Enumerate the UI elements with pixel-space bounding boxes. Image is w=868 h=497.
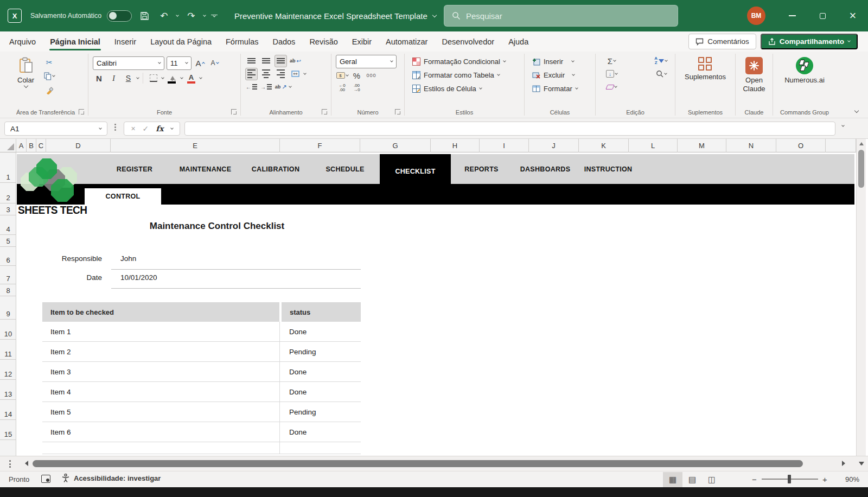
cell-styles-button[interactable]: Estilos de Célula — [410, 82, 523, 95]
row-header-4[interactable]: 4 — [0, 215, 16, 235]
column-header-a[interactable]: A — [16, 139, 27, 152]
checklist-status-cell[interactable]: Done — [280, 422, 361, 442]
align-center-button[interactable] — [260, 68, 272, 80]
column-header-m[interactable]: M — [678, 139, 726, 152]
format-painter-button[interactable] — [43, 84, 55, 97]
horizontal-scrollbar-thumb[interactable] — [33, 460, 803, 467]
borders-button[interactable] — [147, 72, 159, 85]
font-size-select[interactable]: 11 — [167, 56, 192, 70]
cut-button[interactable]: ✂ — [43, 56, 55, 68]
nav-tab-dashboards[interactable]: DASHBOARDS — [512, 154, 578, 184]
font-color-button[interactable]: A — [185, 72, 197, 85]
insert-function-icon[interactable]: fx — [156, 124, 163, 133]
column-header-f[interactable]: F — [280, 139, 360, 152]
field-value-responsible[interactable]: John — [120, 254, 136, 263]
align-bottom-button[interactable] — [275, 55, 287, 67]
increase-indent-button[interactable]: → — [260, 81, 272, 93]
zoom-slider-thumb[interactable] — [788, 475, 791, 483]
scroll-up-arrow-icon[interactable] — [859, 142, 864, 145]
column-header-o[interactable]: O — [776, 139, 826, 152]
nav-tab-maintenance[interactable]: MAINTENANCE — [170, 154, 241, 184]
menu-tab-ajuda[interactable]: Ajuda — [501, 31, 535, 52]
enter-icon[interactable]: ✓ — [143, 124, 149, 133]
undo-chevron-icon[interactable] — [176, 14, 179, 17]
copy-button[interactable] — [43, 70, 55, 82]
percent-style-button[interactable]: % — [350, 69, 363, 82]
zoom-out-button[interactable]: − — [752, 475, 757, 484]
redo-button[interactable]: ↷ — [184, 8, 198, 24]
spreadsheet-canvas[interactable]: REGISTERMAINTENANCECALIBRATIONSCHEDULECH… — [16, 152, 856, 456]
search-input[interactable] — [466, 11, 670, 21]
row-header-13[interactable]: 13 — [0, 380, 16, 400]
align-right-button[interactable] — [275, 68, 287, 80]
accessibility-status[interactable]: Acessibilidade: investigar — [62, 474, 161, 482]
collapse-ribbon-chevron-icon[interactable] — [854, 109, 859, 113]
checklist-item-cell[interactable]: Item 1 — [42, 322, 280, 341]
format-cells-button[interactable]: Formatar — [530, 82, 594, 95]
checklist-status-cell[interactable]: Pending — [280, 342, 361, 361]
clipboard-dialog-launcher-icon[interactable] — [79, 109, 84, 114]
accounting-format-button[interactable]: $ — [336, 69, 348, 82]
checklist-item-cell[interactable] — [42, 442, 280, 454]
menu-tab-arquivo[interactable]: Arquivo — [2, 31, 43, 52]
fill-chevron-icon[interactable] — [615, 72, 618, 75]
find-select-button[interactable] — [655, 68, 667, 80]
row-header-15[interactable]: 15 — [0, 420, 16, 440]
name-box[interactable]: A1 — [4, 122, 107, 136]
row-header-7[interactable]: 7 — [0, 266, 16, 284]
borders-chevron-icon[interactable] — [161, 76, 164, 79]
sort-filter-chevron-icon[interactable] — [665, 59, 668, 62]
autosum-chevron-icon[interactable] — [613, 59, 616, 62]
zoom-in-button[interactable]: + — [822, 475, 827, 484]
nav-tab-checklist[interactable]: CHECKLIST — [380, 154, 451, 188]
scroll-left-arrow-icon[interactable] — [25, 461, 28, 466]
normal-view-button[interactable]: ▦ — [663, 472, 682, 487]
bold-button[interactable]: N — [93, 72, 105, 85]
decrease-decimal-button[interactable]: .00→0 — [350, 82, 363, 94]
paste-chevron-icon[interactable] — [23, 84, 28, 88]
nav-tab-reports[interactable]: REPORTS — [451, 154, 512, 184]
checklist-status-cell[interactable] — [280, 442, 361, 454]
row-header-10[interactable]: 10 — [0, 320, 16, 340]
menu-tab-automatizar[interactable]: Automatizar — [379, 31, 435, 52]
select-all-corner[interactable] — [0, 139, 16, 152]
maximize-button[interactable] — [807, 0, 838, 31]
row-header-1[interactable]: 1 — [0, 152, 16, 183]
redo-chevron-icon[interactable] — [203, 14, 206, 17]
formula-input[interactable] — [184, 122, 835, 136]
row-header-9[interactable]: 9 — [0, 296, 16, 320]
paste-button[interactable]: Colar — [13, 55, 39, 97]
checklist-item-cell[interactable]: Item 5 — [42, 402, 280, 422]
formula-bar-resize-handle[interactable] — [114, 124, 116, 131]
accounting-chevron-icon[interactable] — [346, 73, 349, 77]
minimize-button[interactable] — [777, 0, 807, 31]
menu-tab-desenvolvedor[interactable]: Desenvolvedor — [435, 31, 501, 52]
increase-decimal-button[interactable]: ←0.00 — [336, 82, 348, 94]
excel-app-icon[interactable]: X — [8, 9, 22, 23]
sub-tab-control[interactable]: CONTROL — [85, 188, 161, 205]
column-header-c[interactable]: C — [36, 139, 46, 152]
insert-cells-button[interactable]: Inserir — [530, 55, 594, 68]
wrap-text-button[interactable]: ab↩ — [289, 55, 302, 67]
autosum-button[interactable]: Σ — [605, 55, 618, 67]
search-box[interactable] — [444, 5, 678, 27]
column-header-e[interactable]: E — [111, 139, 280, 152]
nav-tab-instruction[interactable]: INSTRUCTION — [578, 154, 638, 184]
zoom-level[interactable]: 90% — [834, 475, 859, 483]
menu-tab-layout-da-p-gina[interactable]: Layout da Página — [143, 31, 219, 52]
format-as-table-button[interactable]: Formatar como Tabela — [410, 68, 523, 82]
align-left-button[interactable] — [245, 68, 258, 80]
decrease-indent-button[interactable]: ← — [245, 81, 258, 93]
row-header-2[interactable]: 2 — [0, 183, 16, 203]
scroll-right-arrow-icon[interactable] — [842, 461, 845, 466]
row-header-5[interactable]: 5 — [0, 235, 16, 247]
column-header-j[interactable]: J — [529, 139, 579, 152]
copy-chevron-icon[interactable] — [52, 74, 55, 77]
checklist-item-cell[interactable]: Item 3 — [42, 362, 280, 381]
comments-button[interactable]: Comentários — [688, 34, 756, 49]
fill-color-chevron-icon[interactable] — [180, 76, 183, 79]
grow-font-button[interactable]: A — [194, 57, 206, 69]
menu-tab-p-gina-inicial[interactable]: Página Inicial — [43, 31, 107, 52]
avatar[interactable]: BM — [747, 7, 765, 25]
menu-tab-revis-o[interactable]: Revisão — [302, 31, 344, 52]
